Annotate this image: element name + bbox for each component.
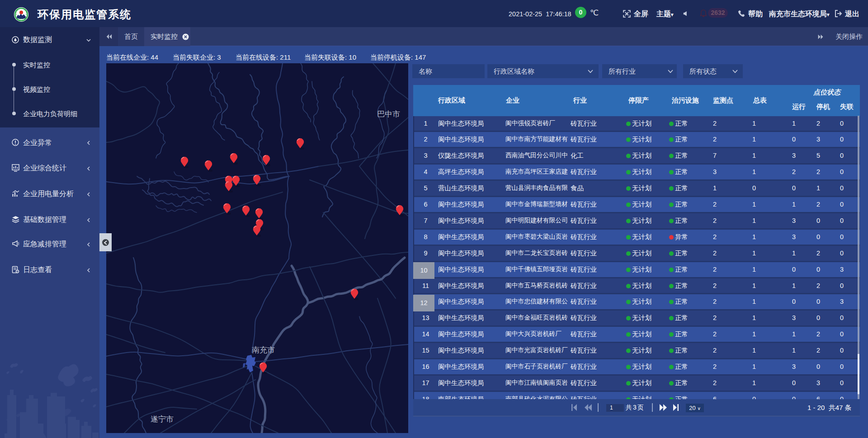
svg-text:南充市: 南充市 bbox=[252, 346, 275, 354]
svg-text:巴中市: 巴中市 bbox=[377, 110, 400, 118]
svg-text:遂宁市: 遂宁市 bbox=[151, 415, 174, 424]
